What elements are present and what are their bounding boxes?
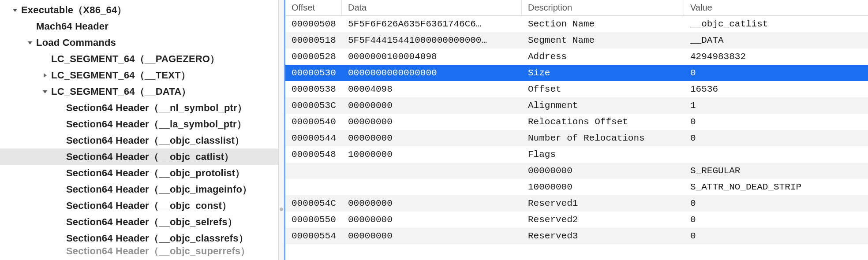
cell-offset: 00000530 [285, 68, 342, 78]
table-row[interactable]: 10000000S_ATTR_NO_DEAD_STRIP [285, 179, 868, 195]
tree-row[interactable]: Section64 Header（__la_symbol_ptr） [0, 116, 278, 132]
disclosure-spacer [56, 104, 64, 111]
table-row[interactable]: 0000053800004098Offset16536 [285, 81, 868, 97]
column-header-description[interactable]: Description [522, 0, 684, 15]
pane-splitter[interactable] [279, 0, 284, 260]
cell-value: S_ATTR_NO_DEAD_STRIP [684, 182, 868, 192]
chevron-down-icon[interactable] [11, 7, 19, 14]
svg-marker-1 [28, 41, 32, 45]
cell-value: 0 [684, 68, 868, 78]
cell-description: Reserved1 [522, 198, 684, 208]
table-row[interactable]: 000005185F5F44415441000000000000…Segment… [285, 32, 868, 48]
table-row[interactable]: 0000054400000000Number of Relocations0 [285, 130, 868, 146]
cell-offset: 00000538 [285, 84, 342, 94]
cell-data: 00004098 [342, 84, 522, 94]
tree-row[interactable]: Load Commands [0, 34, 278, 51]
tree-item-label: Section64 Header（__objc_selrefs） [66, 215, 237, 229]
cell-data: 00000000 [342, 117, 522, 127]
table-row[interactable]: 0000054000000000Relocations Offset0 [285, 114, 868, 130]
tree-row[interactable]: Section64 Header（__objc_imageinfo） [0, 181, 278, 197]
tree-item-label: Executable（X86_64） [21, 4, 127, 17]
tree-row[interactable]: Mach64 Header [0, 18, 278, 34]
table-header: Offset Data Description Value [285, 0, 868, 16]
tree-item-label: Section64 Header（__objc_superrefs） [66, 246, 251, 256]
tree-row[interactable]: LC_SEGMENT_64（__TEXT） [0, 67, 278, 83]
table-row[interactable]: 00000000S_REGULAR [285, 163, 868, 179]
tree-row[interactable]: LC_SEGMENT_64（__PAGEZERO） [0, 51, 278, 67]
cell-data: 00000000 [342, 198, 522, 208]
tree-row[interactable]: Section64 Header（__objc_const） [0, 197, 278, 214]
cell-value: 1 [684, 100, 868, 111]
tree-item-label: LC_SEGMENT_64（__TEXT） [51, 69, 191, 82]
sidebar-tree[interactable]: Executable（X86_64）Mach64 HeaderLoad Comm… [0, 0, 279, 260]
tree-row[interactable]: Section64 Header（__nl_symbol_ptr） [0, 100, 278, 116]
table-row[interactable]: 000005085F5F6F626A635F6361746C6…Section … [285, 16, 868, 32]
tree-row[interactable]: Section64 Header（__objc_superrefs） [0, 246, 278, 256]
cell-offset: 00000540 [285, 117, 342, 127]
table-row[interactable]: 0000054810000000Flags [285, 146, 868, 163]
cell-offset: 00000508 [285, 19, 342, 29]
cell-value: 16536 [684, 84, 868, 94]
column-header-data[interactable]: Data [342, 0, 522, 15]
disclosure-spacer [56, 137, 64, 144]
disclosure-spacer [26, 23, 34, 30]
table-row[interactable]: 0000055000000000Reserved20 [285, 212, 868, 228]
chevron-down-icon[interactable] [26, 39, 34, 46]
tree-item-label: Mach64 Header [36, 21, 108, 32]
chevron-down-icon[interactable] [41, 88, 49, 95]
tree-row[interactable]: Section64 Header（__objc_classrefs） [0, 230, 278, 246]
cell-data: 0000000000000000 [342, 68, 522, 78]
chevron-right-icon[interactable] [41, 72, 49, 79]
cell-description: Section Name [522, 19, 684, 29]
cell-data: 0000000100004098 [342, 52, 522, 62]
table-row[interactable]: 0000054C00000000Reserved10 [285, 195, 868, 212]
cell-description: Number of Relocations [522, 133, 684, 143]
cell-value: __DATA [684, 35, 868, 45]
cell-value: S_REGULAR [684, 166, 868, 176]
cell-description: Offset [522, 84, 684, 94]
cell-data: 5F5F6F626A635F6361746C6… [342, 19, 522, 29]
table-row[interactable]: 0000053C00000000Alignment1 [285, 97, 868, 114]
tree-row[interactable]: LC_SEGMENT_64（__DATA） [0, 83, 278, 100]
tree-row[interactable]: Executable（X86_64） [0, 2, 278, 18]
tree-item-label: Section64 Header（__objc_classlist） [66, 134, 244, 147]
cell-offset: 00000528 [285, 52, 342, 62]
cell-value: 4294983832 [684, 52, 868, 62]
cell-description: Address [522, 52, 684, 62]
disclosure-spacer [56, 186, 64, 193]
svg-marker-3 [43, 90, 47, 93]
table-row[interactable]: 0000055400000000Reserved30 [285, 228, 868, 244]
svg-marker-0 [13, 9, 17, 12]
cell-data: 00000000 [342, 215, 522, 225]
cell-data: 5F5F44415441000000000000… [342, 35, 522, 45]
tree-item-label: Section64 Header（__nl_symbol_ptr） [66, 101, 247, 115]
cell-description: Reserved3 [522, 231, 684, 241]
disclosure-spacer [41, 56, 49, 63]
column-header-value[interactable]: Value [684, 0, 868, 15]
column-header-offset[interactable]: Offset [285, 0, 342, 15]
table-row[interactable]: 000005280000000100004098Address429498383… [285, 48, 868, 65]
tree-row[interactable]: Section64 Header（__objc_catlist） [0, 149, 278, 165]
table-row[interactable]: 000005300000000000000000Size0 [285, 65, 868, 81]
tree-row[interactable]: Section64 Header（__objc_protolist） [0, 165, 278, 181]
cell-value: 0 [684, 198, 868, 208]
cell-data: 00000000 [342, 133, 522, 143]
cell-offset: 00000550 [285, 215, 342, 225]
disclosure-spacer [56, 202, 64, 209]
cell-value: 0 [684, 231, 868, 241]
cell-value: 0 [684, 133, 868, 143]
svg-marker-2 [44, 73, 47, 78]
disclosure-spacer [56, 170, 64, 177]
tree-row[interactable]: Section64 Header（__objc_classlist） [0, 132, 278, 149]
cell-description: Reserved2 [522, 215, 684, 225]
tree-item-label: Section64 Header（__la_symbol_ptr） [66, 118, 247, 131]
cell-description: 10000000 [522, 182, 684, 192]
disclosure-spacer [56, 121, 64, 128]
cell-offset: 00000518 [285, 35, 342, 45]
cell-value: 0 [684, 215, 868, 225]
disclosure-spacer [56, 235, 64, 242]
splitter-grip-icon [280, 208, 283, 211]
disclosure-spacer [56, 153, 64, 160]
tree-row[interactable]: Section64 Header（__objc_selrefs） [0, 214, 278, 230]
tree-item-label: LC_SEGMENT_64（__PAGEZERO） [51, 52, 220, 66]
